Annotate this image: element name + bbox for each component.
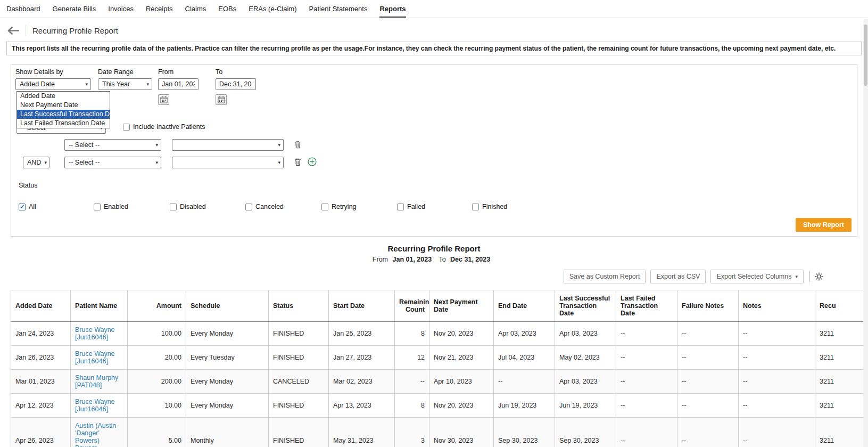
patient-link[interactable]: Austin (Austin 'Danger' Powers) Powers [… (75, 422, 116, 447)
patient-link[interactable]: Bruce Wayne [Jun16046] (75, 326, 115, 341)
show-details-by-options: Added DateNext Payment DateLast Successf… (16, 91, 110, 128)
report-date-range: From Jan 01, 2023 To Dec 31, 2023 (0, 256, 868, 263)
show-report-button[interactable]: Show Report (796, 218, 852, 232)
patient-name-cell: Bruce Wayne [Jun16046] (71, 394, 128, 418)
export-selected-columns-button[interactable]: Export Selected Columns ▾ (710, 270, 804, 283)
save-custom-report-button[interactable]: Save as Custom Report (564, 270, 646, 283)
table-cell: Nov 30, 2023 (429, 418, 494, 447)
status-checkbox-finished[interactable]: Finished (472, 203, 507, 210)
table-cell: Mar 02, 2023 (329, 370, 395, 394)
patient-name-cell: Bruce Wayne [Jun16046] (71, 346, 128, 370)
filter-field-select-1[interactable]: -- Select -- ▾ (64, 139, 161, 151)
filter-value-select-1[interactable]: ▾ (172, 139, 284, 151)
nav-item-generate-bills[interactable]: Generate Bills (53, 5, 96, 18)
status-checkbox-retrying[interactable]: Retrying (321, 203, 357, 210)
checkbox-box (321, 204, 328, 210)
nav-item-eras-e-claim[interactable]: ERAs (e-Claim) (249, 5, 296, 18)
status-checkbox-label: Finished (482, 203, 507, 210)
table-cell: -- (677, 418, 739, 447)
dropdown-option-next-payment-date[interactable]: Next Payment Date (17, 101, 110, 110)
vertical-scrollbar[interactable] (863, 19, 868, 447)
nav-item-invoices[interactable]: Invoices (108, 5, 134, 18)
table-cell: Jun 19, 2023 (555, 394, 616, 418)
table-cell: 12 (395, 346, 429, 370)
column-header-last-failed-transaction-date: Last Failed Transaction Date (616, 290, 677, 322)
delete-filter-row-1-button[interactable] (294, 141, 301, 149)
gear-icon (815, 272, 823, 281)
include-inactive-patients-checkbox[interactable]: Include Inactive Patients (123, 123, 205, 131)
table-cell: Apr 26, 2023 (11, 418, 71, 447)
chevron-down-icon: ▾ (278, 142, 280, 148)
status-checkbox-label: Retrying (332, 203, 357, 210)
table-cell: May 02, 2023 (555, 346, 616, 370)
nav-item-claims[interactable]: Claims (185, 5, 206, 18)
dropdown-option-added-date[interactable]: Added Date (17, 92, 110, 101)
from-date-input[interactable] (158, 78, 199, 90)
filter-panel: Show Details by Added Date ▾ Date Range … (11, 64, 857, 237)
table-cell: 8 (395, 394, 429, 418)
filter-field-value: -- Select -- (69, 159, 100, 166)
table-row: Jan 24, 2023Bruce Wayne [Jun16046]100.00… (11, 322, 868, 346)
add-filter-row-button[interactable] (308, 157, 317, 166)
status-checkbox-failed[interactable]: Failed (397, 203, 425, 210)
table-header-row: Added DatePatient NameAmountScheduleStat… (11, 290, 868, 322)
patient-link[interactable]: Bruce Wayne [Jun16046] (75, 350, 115, 365)
nav-item-receipts[interactable]: Receipts (146, 5, 173, 18)
column-header-failure-notes: Failure Notes (677, 290, 739, 322)
table-cell: 20.00 (128, 346, 186, 370)
patient-name-cell: Austin (Austin 'Danger' Powers) Powers [… (71, 418, 128, 447)
table-cell: Jun 19, 2023 (494, 394, 555, 418)
filter-field-select-2[interactable]: -- Select -- ▾ (64, 157, 161, 168)
filter-value-select-2[interactable]: ▾ (172, 157, 284, 168)
nav-item-reports[interactable]: Reports (379, 5, 406, 18)
status-checkbox-canceled[interactable]: Canceled (245, 203, 284, 210)
column-header-next-payment-date: Next Payment Date (429, 290, 494, 322)
column-header-last-successful-transaction-date: Last Successful Transaction Date (555, 290, 616, 322)
patient-link[interactable]: Shaun Murphy [PAT048] (75, 374, 118, 389)
patient-name-cell: Shaun Murphy [PAT048] (71, 370, 128, 394)
status-checkbox-enabled[interactable]: Enabled (94, 203, 128, 210)
from-calendar-button[interactable] (158, 94, 169, 105)
table-row: Apr 26, 2023Austin (Austin 'Danger' Powe… (11, 418, 868, 447)
nav-item-patient-statements[interactable]: Patient Statements (309, 5, 368, 18)
column-header-added-date: Added Date (11, 290, 71, 322)
back-button[interactable] (7, 27, 19, 35)
scrollbar-thumb[interactable] (864, 25, 867, 86)
table-cell: Apr 13, 2023 (329, 394, 395, 418)
status-label: Status (19, 182, 37, 189)
table-cell: Jan 25, 2023 (329, 322, 395, 346)
dropdown-option-last-failed-transaction-date[interactable]: Last Failed Transaction Date (17, 119, 110, 128)
table-cell: Apr 03, 2023 (555, 370, 616, 394)
nav-item-dashboard[interactable]: Dashboard (6, 5, 40, 18)
nav-item-eobs[interactable]: EOBs (218, 5, 236, 18)
export-csv-button[interactable]: Export as CSV (650, 270, 706, 283)
table-cell: -- (616, 394, 677, 418)
filter-operator-select[interactable]: AND ▾ (23, 157, 49, 168)
chevron-down-icon: ▾ (278, 160, 280, 165)
table-cell: 200.00 (128, 370, 186, 394)
filter-field-value: -- Select -- (69, 141, 100, 149)
from-label: From (158, 68, 173, 76)
table-row: Apr 12, 2023Bruce Wayne [Jun16046]10.00E… (11, 394, 868, 418)
dropdown-option-last-successful-transaction-date[interactable]: Last Successful Transaction Date (17, 110, 110, 119)
to-calendar-button[interactable] (216, 94, 227, 105)
to-date-input[interactable] (216, 78, 256, 90)
status-checkbox-disabled[interactable]: Disabled (170, 203, 206, 210)
status-checkbox-all[interactable]: All (19, 203, 36, 210)
trash-icon (294, 158, 301, 166)
checkbox-box (170, 204, 177, 210)
table-cell: 5.00 (128, 418, 186, 447)
table-cell: -- (739, 346, 815, 370)
show-details-by-select[interactable]: Added Date ▾ (15, 78, 91, 90)
table-cell: Every Tuesday (186, 346, 269, 370)
table-cell: Apr 10, 2023 (429, 370, 494, 394)
show-details-by-value: Added Date (20, 80, 55, 88)
table-cell: -- (739, 394, 815, 418)
date-range-select[interactable]: This Year ▾ (98, 78, 152, 90)
checkbox-box (94, 204, 101, 210)
table-cell: -- (616, 346, 677, 370)
column-settings-gear-button[interactable] (815, 272, 823, 281)
patient-link[interactable]: Bruce Wayne [Jun16046] (75, 398, 115, 413)
table-cell: Jul 04, 2023 (494, 346, 555, 370)
delete-filter-row-2-button[interactable] (294, 158, 301, 166)
